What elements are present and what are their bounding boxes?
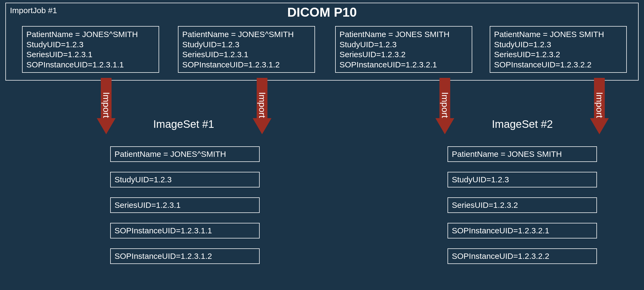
imageset-1-series-uid: SeriesUID=1.2.3.1 (110, 197, 260, 213)
instance-series-uid: SeriesUID=1.2.3.1 (182, 49, 311, 60)
dicom-instance-3: PatientName = JONES SMITH StudyUID=1.2.3… (335, 26, 472, 73)
dicom-instance-1: PatientName = JONES^SMITH StudyUID=1.2.3… (22, 26, 159, 73)
instance-patient-name: PatientName = JONES SMITH (494, 29, 622, 39)
import-arrow-1: Import (97, 78, 116, 134)
instance-study-uid: StudyUID=1.2.3 (339, 39, 468, 50)
instance-study-uid: StudyUID=1.2.3 (494, 39, 622, 50)
instance-sop-uid: SOPInstanceUID=1.2.3.2.1 (339, 60, 468, 70)
import-arrow-4: Import (590, 78, 609, 134)
instance-patient-name: PatientName = JONES^SMITH (26, 29, 155, 39)
instance-study-uid: StudyUID=1.2.3 (26, 39, 155, 50)
imageset-2-series-uid: SeriesUID=1.2.3.2 (448, 197, 597, 213)
imageset-1-patient-name: PatientName = JONES^SMITH (110, 146, 260, 162)
imageset-2-study-uid: StudyUID=1.2.3 (448, 172, 597, 187)
instance-patient-name: PatientName = JONES SMITH (339, 29, 468, 39)
imageset-1-study-uid: StudyUID=1.2.3 (110, 172, 260, 187)
dicom-instance-2: PatientName = JONES^SMITH StudyUID=1.2.3… (178, 26, 315, 73)
instance-sop-uid: SOPInstanceUID=1.2.3.1.1 (26, 60, 155, 70)
arrow-label: Import (257, 92, 267, 118)
imageset-2-label: ImageSet #2 (492, 118, 553, 130)
import-job-label: ImportJob #1 (10, 6, 57, 15)
dicom-instance-4: PatientName = JONES SMITH StudyUID=1.2.3… (490, 26, 627, 73)
arrow-label: Import (440, 92, 450, 118)
arrow-label: Import (101, 92, 112, 118)
import-arrow-3: Import (435, 78, 454, 134)
arrow-label: Import (594, 92, 605, 118)
instance-patient-name: PatientName = JONES^SMITH (182, 29, 311, 39)
instance-sop-uid: SOPInstanceUID=1.2.3.2.2 (494, 60, 622, 70)
instance-sop-uid: SOPInstanceUID=1.2.3.1.2 (182, 60, 311, 70)
dicom-title: DICOM P10 (287, 5, 357, 20)
instance-study-uid: StudyUID=1.2.3 (182, 39, 311, 50)
instance-series-uid: SeriesUID=1.2.3.2 (494, 49, 622, 60)
imageset-2-sop-uid-2: SOPInstanceUID=1.2.3.2.2 (448, 248, 597, 264)
imageset-2-sop-uid-1: SOPInstanceUID=1.2.3.2.1 (448, 223, 597, 238)
instance-series-uid: SeriesUID=1.2.3.2 (339, 49, 468, 60)
imageset-1-sop-uid-2: SOPInstanceUID=1.2.3.1.2 (110, 248, 260, 264)
import-job-container: ImportJob #1 DICOM P10 PatientName = JON… (5, 3, 639, 81)
instance-series-uid: SeriesUID=1.2.3.1 (26, 49, 155, 60)
import-arrow-2: Import (253, 78, 271, 134)
imageset-2-patient-name: PatientName = JONES SMITH (448, 146, 597, 162)
imageset-1-label: ImageSet #1 (153, 118, 214, 130)
imageset-1-sop-uid-1: SOPInstanceUID=1.2.3.1.1 (110, 223, 260, 238)
